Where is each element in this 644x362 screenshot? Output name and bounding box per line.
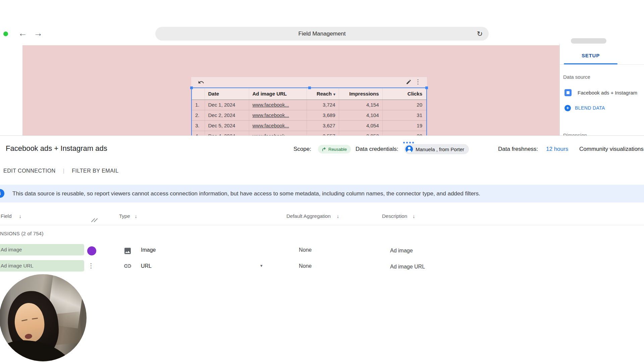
forward-icon[interactable]: → — [34, 27, 43, 39]
description-header-label: Description — [382, 213, 407, 219]
freshness-label: Data freshness: — [498, 143, 538, 155]
field-name-input[interactable]: Ad image — [0, 244, 84, 255]
sort-caret-icon: ▾ — [333, 92, 335, 96]
aggregation-column-header[interactable]: Default Aggregation ↓ — [286, 213, 339, 219]
col-clicks[interactable]: Clicks — [382, 88, 426, 100]
cell-impressions: 4,104 — [339, 110, 382, 120]
row-number: 3. — [192, 120, 205, 131]
aggregation-header-label: Default Aggregation — [286, 213, 331, 219]
field-column-header[interactable]: Field ↓ — [1, 213, 21, 219]
reload-icon[interactable]: ↻ — [477, 29, 483, 38]
image-type-icon — [123, 247, 132, 255]
table-widget-selection[interactable]: Date Ad image URL Reach▾ Impressions Cli… — [191, 87, 427, 135]
scope-value: Reusable — [328, 147, 347, 152]
blend-data-button[interactable]: + BLEND DATA — [565, 104, 605, 112]
facebook-link[interactable]: www.facebook... — [249, 120, 307, 131]
report-canvas[interactable]: ⋮ Date Ad image URL Reach▾ Impressions C… — [22, 45, 559, 135]
type-header-label: Type — [119, 213, 130, 219]
col-date[interactable]: Date — [205, 88, 249, 100]
column-resize-handle[interactable] — [91, 217, 98, 223]
field-menu-icon[interactable]: ⋮ — [88, 260, 93, 272]
table-row: 4. Dec 4, 2024 www.facebook... 3,557 3,9… — [192, 131, 426, 135]
facebook-link[interactable]: www.facebook... — [249, 100, 307, 110]
credentials-value: Manuela , from Porter — [416, 146, 464, 152]
avatar-icon — [406, 145, 413, 153]
widget-toolbar: ⋮ — [191, 77, 427, 87]
type-dropdown-caret-icon[interactable]: ▾ — [260, 263, 263, 268]
back-icon[interactable]: ← — [18, 27, 27, 39]
sort-down-icon[interactable]: ↓ — [135, 213, 138, 219]
address-bar[interactable]: Field Management ↻ — [155, 27, 489, 41]
sort-down-icon[interactable]: ↓ — [413, 213, 415, 219]
credentials-label: Data credentials: — [356, 143, 398, 155]
community-visualizations-label: Community visualizations — [579, 143, 644, 155]
tab-bar-divider — [560, 64, 644, 65]
cell-clicks: 31 — [382, 110, 426, 120]
cell-date: Dec 4, 2024 — [205, 131, 249, 135]
selection-handle[interactable] — [425, 86, 428, 89]
undo-icon[interactable] — [198, 79, 204, 87]
sort-down-icon[interactable]: ↓ — [19, 213, 22, 219]
reusable-arrow-icon — [322, 147, 326, 152]
cell-impressions: 3,953 — [339, 131, 382, 135]
cell-reach: 3,689 — [307, 110, 339, 120]
setup-panel: SETUP Data source Facebook ads + Instagr… — [559, 44, 644, 135]
widget-menu-icon[interactable]: ⋮ — [415, 78, 421, 85]
col-ad-image-url[interactable]: Ad image URL — [249, 88, 307, 100]
field-aggregation: None — [299, 247, 312, 253]
cell-reach: 3,627 — [307, 120, 339, 131]
selection-handle[interactable] — [308, 86, 311, 89]
field-name-input[interactable]: Ad image URL — [0, 260, 84, 272]
edit-connection-button[interactable]: EDIT CONNECTION — [3, 168, 56, 174]
cell-clicks: 20 — [382, 100, 426, 110]
page: { "colors": { "accent_blue": "#1a73e8", … — [0, 0, 644, 362]
report-table[interactable]: Date Ad image URL Reach▾ Impressions Cli… — [192, 88, 426, 135]
col-reach-label: Reach — [317, 91, 332, 97]
add-circle-icon: + — [565, 105, 571, 111]
col-impressions[interactable]: Impressions — [339, 88, 382, 100]
field-type-select[interactable]: URL — [141, 263, 152, 269]
cell-date: Dec 1, 2024 — [205, 100, 249, 110]
dimension-label: Dimension — [563, 132, 587, 135]
table-row: 1. Dec 1, 2024 www.facebook... 3,724 4,1… — [192, 100, 426, 110]
data-source-chip[interactable]: Facebook ads + Instagram — [565, 88, 637, 97]
tab-setup[interactable]: SETUP — [564, 53, 618, 58]
description-column-header[interactable]: Description ↓ — [382, 213, 415, 219]
field-description: Ad image — [390, 248, 413, 254]
blend-data-label: BLEND DATA — [575, 105, 605, 111]
credentials-pill[interactable]: Manuela , from Porter — [404, 144, 469, 154]
facebook-link[interactable]: www.facebook... — [249, 110, 307, 120]
scope-label: Scope: — [293, 143, 311, 155]
field-description: Ad image URL — [390, 264, 425, 270]
webcam-overlay — [0, 274, 87, 361]
field-type-select[interactable]: Image — [141, 247, 156, 253]
cell-reach: 3,724 — [307, 100, 339, 110]
cell-impressions: 4,054 — [339, 120, 382, 131]
link-type-icon — [123, 262, 132, 270]
data-source-meta-row: Scope: Reusable Data credentials: Manuel… — [0, 143, 644, 155]
row-number: 1. — [192, 100, 205, 110]
cell-date: Dec 2, 2024 — [205, 110, 249, 120]
scope-reusable-badge: Reusable — [318, 145, 351, 154]
facebook-link[interactable]: www.facebook... — [249, 131, 307, 135]
sort-down-icon[interactable]: ↓ — [337, 213, 339, 219]
edit-pencil-icon[interactable] — [406, 79, 412, 86]
canvas-divider — [0, 135, 644, 136]
actions-divider: | — [63, 168, 65, 174]
cell-reach: 3,557 — [307, 131, 339, 135]
traffic-light-green[interactable] — [3, 32, 8, 36]
field-aggregation: None — [299, 263, 312, 269]
banner-text: This data source is reusable, so report … — [12, 185, 480, 202]
scrollbar-thumb[interactable] — [571, 38, 606, 44]
reusable-info-banner: i This data source is reusable, so repor… — [0, 185, 644, 202]
table-row: 3. Dec 5, 2024 www.facebook... 3,627 4,0… — [192, 120, 426, 131]
type-column-header[interactable]: Type ↓ — [119, 213, 137, 219]
selection-handle[interactable] — [190, 86, 193, 89]
cell-impressions: 4,154 — [339, 100, 382, 110]
filter-by-email-button[interactable]: FILTER BY EMAIL — [72, 168, 118, 174]
info-icon: i — [0, 189, 4, 198]
table-header-row: Date Ad image URL Reach▾ Impressions Cli… — [192, 88, 426, 100]
cell-clicks: 29 — [382, 131, 426, 135]
col-reach[interactable]: Reach▾ — [307, 88, 339, 100]
freshness-value-link[interactable]: 12 hours — [546, 143, 568, 155]
